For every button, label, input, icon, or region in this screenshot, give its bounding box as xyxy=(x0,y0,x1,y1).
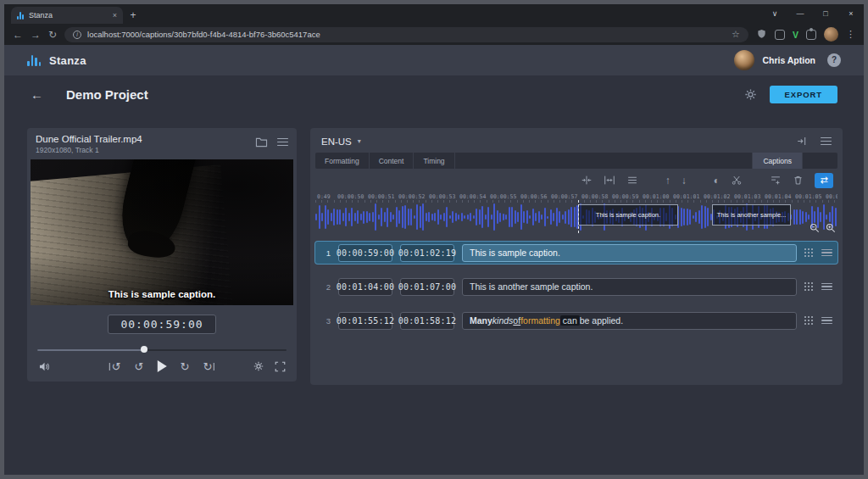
volume-icon[interactable] xyxy=(38,361,52,372)
start-timecode-field[interactable]: 00:01:55:12 xyxy=(338,312,392,330)
skip-to-previous-caption-icon[interactable]: ↺ xyxy=(109,361,121,372)
user-avatar[interactable] xyxy=(734,50,754,70)
minimize-button[interactable]: — xyxy=(787,4,813,23)
playhead[interactable] xyxy=(578,200,579,233)
caption-toolbar: ↑ ↓ ◐ ⇄ xyxy=(310,169,843,192)
tab-content[interactable]: Content xyxy=(370,153,415,169)
line-layout-icon[interactable] xyxy=(626,175,638,186)
split-caption-icon[interactable] xyxy=(731,175,743,186)
url-text[interactable]: localhost:7000/captions/30b7bfd0-f4b4-48… xyxy=(87,30,726,39)
play-button[interactable] xyxy=(158,360,167,372)
maximize-button[interactable]: □ xyxy=(813,4,838,23)
video-preview[interactable]: This is sample caption. xyxy=(31,159,293,305)
tab-search-icon[interactable]: ∨ xyxy=(762,4,787,23)
caption-row-number: 3 xyxy=(320,316,331,326)
delete-caption-icon[interactable] xyxy=(793,175,804,186)
contrast-icon[interactable]: ◐ xyxy=(714,175,720,186)
shield-extension-icon[interactable] xyxy=(756,29,767,40)
help-button[interactable]: ? xyxy=(827,53,841,67)
window-controls: ∨ — □ × xyxy=(762,4,864,23)
browser-profile-avatar[interactable] xyxy=(824,27,838,42)
zoom-in-icon[interactable] xyxy=(826,223,836,233)
browser-menu-icon[interactable]: ⋮ xyxy=(846,29,855,40)
timeline-caption-segment[interactable]: This is another sample... xyxy=(712,204,791,226)
language-dropdown[interactable]: EN-US ▾ xyxy=(321,136,361,147)
chevron-down-icon: ▾ xyxy=(358,137,361,145)
back-icon[interactable]: ← xyxy=(13,30,23,40)
step-forward-icon[interactable]: ↻ xyxy=(181,361,190,372)
caption-row-menu-icon[interactable] xyxy=(821,317,832,325)
move-up-icon[interactable]: ↑ xyxy=(665,175,670,186)
end-timecode-field[interactable]: 00:01:07:00 xyxy=(400,278,454,296)
fullscreen-icon[interactable] xyxy=(275,361,286,372)
main-content: Dune Official Trailer.mp4 1920x1080, Tra… xyxy=(4,114,864,385)
address-bar[interactable]: i localhost:7000/captions/30b7bfd0-f4b4-… xyxy=(64,27,748,42)
captions-panel-menu-icon[interactable] xyxy=(821,137,832,145)
caption-row[interactable]: 3 00:01:55:12 00:01:58:12 Many kinds of … xyxy=(315,309,837,331)
bookmark-icon[interactable]: ☆ xyxy=(732,29,740,40)
timeline: 0:4900:00:5000:00:5100:00:5200:00:5300:0… xyxy=(315,192,837,233)
puzzle-extension-icon[interactable] xyxy=(806,30,816,40)
move-down-icon[interactable]: ↓ xyxy=(682,175,687,186)
open-side-panel-icon[interactable] xyxy=(796,136,808,147)
start-timecode-field[interactable]: 00:00:59:00 xyxy=(338,244,392,262)
back-to-projects-button[interactable]: ← xyxy=(31,88,43,101)
close-button[interactable]: × xyxy=(838,4,864,23)
project-title: Demo Project xyxy=(66,87,148,102)
project-bar: ← Demo Project EXPORT xyxy=(4,75,864,114)
fit-duration-icon[interactable] xyxy=(604,175,615,186)
start-timecode-field[interactable]: 00:01:04:00 xyxy=(338,278,392,296)
brand-name: Stanza xyxy=(49,54,86,67)
browser-tab[interactable]: Stanza × xyxy=(11,7,123,24)
video-file-meta: 1920x1080, Track 1 xyxy=(36,146,142,154)
timeline-ruler: 0:4900:00:5000:00:5100:00:5200:00:5300:0… xyxy=(315,192,837,203)
step-back-icon[interactable]: ↺ xyxy=(135,361,144,372)
player-controls: ↺ ↺ ↻ ↻ xyxy=(27,356,297,382)
caption-grid-handle-icon[interactable] xyxy=(804,248,814,258)
caption-row-number: 2 xyxy=(320,282,331,292)
end-timecode-field[interactable]: 00:01:02:19 xyxy=(400,244,454,262)
forward-icon[interactable]: → xyxy=(31,30,41,40)
caption-row-menu-icon[interactable] xyxy=(821,249,832,257)
end-timecode-field[interactable]: 00:01:58:12 xyxy=(400,312,454,330)
zoom-out-icon[interactable] xyxy=(810,223,820,233)
caption-text-field[interactable]: This is another sample caption. xyxy=(462,278,797,296)
reload-icon[interactable]: ↻ xyxy=(48,30,57,40)
seek-bar[interactable] xyxy=(37,345,287,354)
caption-list: 1 00:00:59:00 00:01:02:19 This is sample… xyxy=(310,240,843,343)
media-folder-icon[interactable] xyxy=(255,136,268,148)
caption-text-field[interactable]: Many kinds of formatting can be applied. xyxy=(462,312,797,330)
player-settings-gear-icon[interactable] xyxy=(253,360,264,372)
vue-devtools-icon[interactable]: V xyxy=(793,30,798,40)
caption-row-menu-icon[interactable] xyxy=(821,283,832,291)
export-button[interactable]: EXPORT xyxy=(770,86,837,103)
extension-icon[interactable] xyxy=(775,30,785,40)
timeline-caption-segment[interactable]: This is sample caption. xyxy=(578,204,678,226)
caption-row[interactable]: 1 00:00:59:00 00:01:02:19 This is sample… xyxy=(315,242,837,264)
user-name[interactable]: Chris Aption xyxy=(762,55,815,65)
skip-to-next-caption-icon[interactable]: ↻ xyxy=(203,361,214,372)
current-timecode-field[interactable]: 00:00:59:00 xyxy=(108,315,215,334)
language-value: EN-US xyxy=(321,136,352,147)
tab-formatting[interactable]: Formatting xyxy=(315,153,370,169)
site-info-icon[interactable]: i xyxy=(73,31,81,39)
project-settings-gear-icon[interactable] xyxy=(744,88,757,101)
video-panel: Dune Official Trailer.mp4 1920x1080, Tra… xyxy=(27,128,297,382)
caption-grid-handle-icon[interactable] xyxy=(804,316,814,326)
caption-text-field[interactable]: This is sample caption. xyxy=(462,244,797,262)
caption-row[interactable]: 2 00:01:04:00 00:01:07:00 This is anothe… xyxy=(315,276,837,298)
browser-toolbar: ← → ↻ i localhost:7000/captions/30b7bfd0… xyxy=(4,24,864,45)
tab-captions[interactable]: Captions xyxy=(752,153,802,169)
captions-panel: EN-US ▾ Formatting Content Timing Captio… xyxy=(310,128,843,385)
new-tab-button[interactable]: + xyxy=(123,7,143,24)
seek-handle[interactable] xyxy=(141,346,147,353)
tab-timing[interactable]: Timing xyxy=(414,153,454,169)
caption-row-number: 1 xyxy=(320,248,331,258)
caption-grid-handle-icon[interactable] xyxy=(804,282,814,292)
tab-close-icon[interactable]: × xyxy=(113,11,117,19)
sync-shift-icon[interactable]: ⇄ xyxy=(815,173,833,188)
video-panel-header: Dune Official Trailer.mp4 1920x1080, Tra… xyxy=(27,128,297,159)
merge-captions-icon[interactable] xyxy=(581,175,593,186)
video-panel-menu-icon[interactable] xyxy=(277,138,288,146)
add-caption-row-icon[interactable] xyxy=(770,175,782,186)
